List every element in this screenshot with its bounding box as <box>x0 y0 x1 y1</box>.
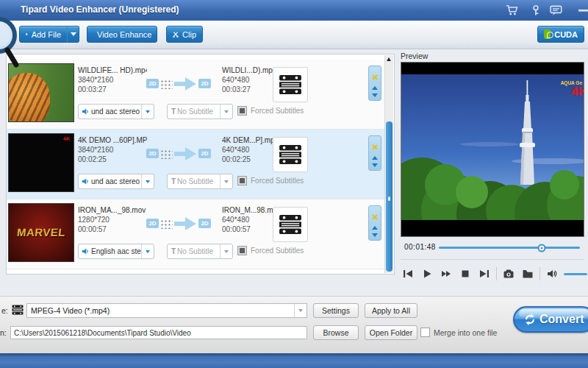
codec-icon <box>273 67 308 102</box>
subtitle-select[interactable]: T No Subtitle <box>167 174 233 189</box>
browse-button[interactable]: Browse <box>313 325 359 340</box>
source-duration: 00:02:25 <box>78 155 147 163</box>
cuda-button[interactable]: CUDA <box>537 26 584 43</box>
convert-arrow-icon <box>174 77 197 91</box>
video-enhance-button[interactable]: Video Enhance <box>87 26 157 43</box>
source-dimension-badge: 2D <box>146 149 159 158</box>
profile-value: MPEG-4 Video (*.mp4) <box>27 306 294 315</box>
video-thumbnail[interactable]: 4K <box>8 133 74 192</box>
settings-button[interactable]: Settings <box>313 303 359 318</box>
settings-label: Settings <box>322 306 350 315</box>
forced-subtitles-checkbox[interactable]: Forced Subtitles <box>237 246 304 255</box>
convert-arrow-icon <box>174 147 197 160</box>
scrollbar-thumb[interactable] <box>386 121 392 272</box>
transition-dots <box>160 219 173 229</box>
key-icon[interactable] <box>529 4 542 16</box>
progress-slider-thumb[interactable] <box>538 244 546 252</box>
remove-icon[interactable] <box>372 140 378 153</box>
clip-button[interactable]: Clip <box>166 26 203 43</box>
stop-button[interactable] <box>458 266 473 281</box>
audio-track-select[interactable]: und aac stereo <box>78 104 154 119</box>
merge-label: Merge into one file <box>434 328 497 337</box>
profile-select[interactable]: MPEG-4 Video (*.mp4) <box>26 303 307 318</box>
time-row: 00:01:48 <box>401 241 586 253</box>
checkbox-icon[interactable] <box>420 328 430 337</box>
prev-button[interactable] <box>401 266 415 281</box>
source-duration: 00:00:57 <box>78 225 147 233</box>
profile-label: e: <box>1 306 8 315</box>
browse-label: Browse <box>323 328 348 337</box>
chevron-down-icon[interactable] <box>220 174 232 188</box>
subtitle-select[interactable]: T No Subtitle <box>167 104 233 119</box>
feedback-icon[interactable] <box>550 4 563 16</box>
chevron-down-icon[interactable] <box>141 105 154 118</box>
add-file-button[interactable]: Add File <box>19 26 68 43</box>
chevron-down-icon[interactable] <box>294 304 306 317</box>
move-up-icon[interactable] <box>372 226 378 230</box>
source-filename: IRON_MA..._98.mov <box>78 206 147 214</box>
source-filename: WILDLIFE... HD).mp4 <box>78 66 147 74</box>
status-bar <box>0 353 588 368</box>
output-filename: IRON_M...98.mp4 <box>222 206 276 214</box>
move-down-icon[interactable] <box>372 163 378 167</box>
move-up-icon[interactable] <box>372 86 378 90</box>
speaker-icon <box>82 247 90 255</box>
fast-forward-button[interactable] <box>439 266 453 281</box>
scroll-up-icon[interactable] <box>387 57 391 61</box>
folder-button[interactable] <box>520 266 535 281</box>
forced-subtitles-label: Forced Subtitles <box>251 177 304 185</box>
apply-to-all-label: Apply to All <box>372 306 410 315</box>
output-info: WILDLI...D).mp4 640*480 00:03:27 <box>222 66 276 93</box>
file-row[interactable]: 4K 4K DEMO ...60P].MP4 3840*2160 00:02:2… <box>7 130 384 199</box>
volume-slider[interactable] <box>564 273 587 275</box>
move-down-icon[interactable] <box>372 233 378 237</box>
audio-track-label: English aac ste <box>90 247 141 255</box>
apply-to-all-button[interactable]: Apply to All <box>365 303 417 318</box>
preview-video[interactable]: AQUA Ge 4K <box>401 62 584 237</box>
row-actions <box>368 205 381 241</box>
list-scrollbar[interactable] <box>384 55 393 273</box>
speaker-icon <box>82 177 90 185</box>
progress-slider[interactable] <box>439 247 580 249</box>
audio-track-select[interactable]: und aac stereo <box>78 174 154 189</box>
merge-checkbox[interactable]: Merge into one file <box>420 328 497 337</box>
remove-icon[interactable] <box>372 210 378 223</box>
audio-track-select[interactable]: English aac ste <box>78 244 154 259</box>
subtitle-select[interactable]: T No Subtitle <box>167 244 233 259</box>
output-filename: 4K DEM...P].mp4 <box>222 136 276 144</box>
chevron-down-icon[interactable] <box>141 244 154 258</box>
divider <box>496 267 497 280</box>
cart-icon[interactable] <box>506 4 519 16</box>
convert-button[interactable]: Convert <box>513 306 588 333</box>
remove-icon[interactable] <box>372 70 378 83</box>
app-window: Tipard Video Enhancer (Unregistered) <box>0 0 588 368</box>
add-file-dropdown[interactable] <box>67 26 79 43</box>
output-resolution: 640*480 <box>222 146 276 154</box>
app-title: Tipard Video Enhancer (Unregistered) <box>21 4 179 15</box>
video-thumbnail[interactable]: MARVEL <box>8 203 74 262</box>
video-thumbnail[interactable] <box>8 63 74 122</box>
forced-subtitles-checkbox[interactable]: Forced Subtitles <box>237 106 304 116</box>
open-folder-button[interactable]: Open Folder <box>365 325 417 340</box>
file-row[interactable]: MARVEL IRON_MA..._98.mov 1280*720 00:00:… <box>7 199 384 269</box>
row-actions <box>368 135 381 171</box>
volume-icon[interactable] <box>545 266 559 281</box>
playback-controls <box>401 263 588 285</box>
next-button[interactable] <box>477 266 492 281</box>
codec-icon <box>273 137 308 172</box>
play-button[interactable] <box>420 266 434 281</box>
snapshot-button[interactable] <box>501 266 516 281</box>
chevron-down-icon[interactable] <box>220 244 232 258</box>
chevron-down-icon[interactable] <box>220 105 232 118</box>
chevron-down-icon[interactable] <box>141 174 154 188</box>
file-row[interactable]: WILDLIFE... HD).mp4 3840*2160 00:03:27 2… <box>7 60 384 130</box>
convert-label: Convert <box>539 313 584 326</box>
source-resolution: 1280*720 <box>78 216 147 224</box>
source-filename: 4K DEMO ...60P].MP4 <box>78 136 147 144</box>
move-down-icon[interactable] <box>372 93 378 97</box>
minimize-button[interactable] <box>578 4 588 16</box>
move-up-icon[interactable] <box>372 156 378 160</box>
destination-input[interactable] <box>10 326 307 339</box>
forced-subtitles-checkbox[interactable]: Forced Subtitles <box>237 176 304 185</box>
video-overlay-text: AQUA Ge 4K <box>561 80 582 99</box>
